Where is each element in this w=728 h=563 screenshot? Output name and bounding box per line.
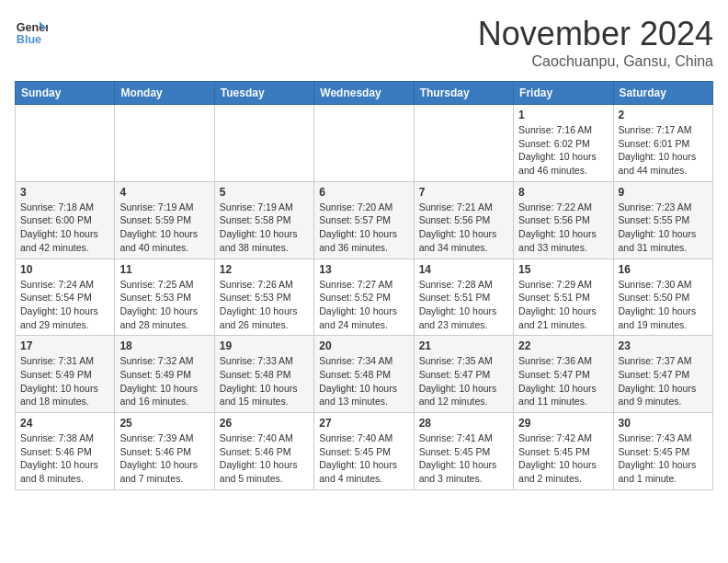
day-number: 28	[419, 417, 508, 430]
weekday-header-tuesday: Tuesday	[214, 82, 313, 105]
day-number: 15	[518, 263, 608, 276]
day-number: 18	[119, 339, 209, 352]
day-number: 2	[619, 109, 708, 121]
weekday-header-friday: Friday	[514, 82, 613, 105]
title-block: November 2024 Caochuanpu, Gansu, China	[478, 15, 713, 70]
calendar-cell: 26Sunrise: 7:40 AM Sunset: 5:46 PM Dayli…	[214, 413, 313, 490]
day-info: Sunrise: 7:34 AM Sunset: 5:48 PM Dayligh…	[319, 354, 408, 408]
calendar-week-4: 17Sunrise: 7:31 AM Sunset: 5:49 PM Dayli…	[16, 336, 713, 413]
day-info: Sunrise: 7:43 AM Sunset: 5:45 PM Dayligh…	[619, 431, 708, 486]
calendar-cell	[314, 105, 414, 182]
calendar-cell: 22Sunrise: 7:36 AM Sunset: 5:47 PM Dayli…	[514, 336, 613, 413]
day-info: Sunrise: 7:22 AM Sunset: 5:56 PM Dayligh…	[518, 201, 608, 255]
logo: General Blue	[15, 15, 48, 48]
day-number: 7	[419, 186, 508, 199]
calendar-cell: 20Sunrise: 7:34 AM Sunset: 5:48 PM Dayli…	[314, 336, 414, 413]
day-info: Sunrise: 7:37 AM Sunset: 5:47 PM Dayligh…	[619, 354, 708, 408]
day-number: 23	[619, 339, 708, 352]
calendar-cell: 23Sunrise: 7:37 AM Sunset: 5:47 PM Dayli…	[613, 336, 712, 413]
calendar-cell: 29Sunrise: 7:42 AM Sunset: 5:45 PM Dayli…	[514, 413, 613, 490]
calendar-week-3: 10Sunrise: 7:24 AM Sunset: 5:54 PM Dayli…	[16, 259, 713, 336]
day-info: Sunrise: 7:35 AM Sunset: 5:47 PM Dayligh…	[419, 354, 508, 408]
day-info: Sunrise: 7:40 AM Sunset: 5:46 PM Dayligh…	[220, 431, 309, 486]
calendar-cell: 8Sunrise: 7:22 AM Sunset: 5:56 PM Daylig…	[514, 181, 613, 259]
calendar-cell: 13Sunrise: 7:27 AM Sunset: 5:52 PM Dayli…	[314, 259, 414, 336]
day-number: 17	[20, 339, 109, 352]
day-info: Sunrise: 7:38 AM Sunset: 5:46 PM Dayligh…	[20, 431, 109, 486]
location: Caochuanpu, Gansu, China	[478, 53, 713, 70]
calendar-cell: 15Sunrise: 7:29 AM Sunset: 5:51 PM Dayli…	[514, 259, 613, 336]
calendar-cell: 28Sunrise: 7:41 AM Sunset: 5:45 PM Dayli…	[414, 413, 513, 490]
day-number: 9	[619, 186, 708, 199]
day-info: Sunrise: 7:28 AM Sunset: 5:51 PM Dayligh…	[419, 278, 508, 332]
calendar-week-5: 24Sunrise: 7:38 AM Sunset: 5:46 PM Dayli…	[16, 413, 713, 490]
day-number: 16	[619, 263, 708, 276]
day-number: 13	[319, 263, 408, 276]
calendar-cell: 25Sunrise: 7:39 AM Sunset: 5:46 PM Dayli…	[115, 413, 214, 490]
day-info: Sunrise: 7:23 AM Sunset: 5:55 PM Dayligh…	[619, 201, 708, 255]
weekday-header-saturday: Saturday	[613, 82, 712, 105]
day-number: 8	[518, 186, 608, 199]
weekday-header-thursday: Thursday	[414, 82, 513, 105]
calendar-cell: 17Sunrise: 7:31 AM Sunset: 5:49 PM Dayli…	[16, 336, 115, 413]
page-header: General Blue November 2024 Caochuanpu, G…	[15, 15, 713, 70]
calendar-cell: 7Sunrise: 7:21 AM Sunset: 5:56 PM Daylig…	[414, 181, 513, 259]
calendar-cell: 21Sunrise: 7:35 AM Sunset: 5:47 PM Dayli…	[414, 336, 513, 413]
day-info: Sunrise: 7:33 AM Sunset: 5:48 PM Dayligh…	[220, 354, 309, 408]
weekday-header-wednesday: Wednesday	[314, 82, 414, 105]
calendar-cell: 10Sunrise: 7:24 AM Sunset: 5:54 PM Dayli…	[16, 259, 115, 336]
calendar-cell: 12Sunrise: 7:26 AM Sunset: 5:53 PM Dayli…	[214, 259, 313, 336]
calendar-cell	[115, 105, 214, 182]
day-info: Sunrise: 7:21 AM Sunset: 5:56 PM Dayligh…	[419, 201, 508, 255]
day-info: Sunrise: 7:16 AM Sunset: 6:02 PM Dayligh…	[518, 123, 608, 178]
svg-text:Blue: Blue	[17, 33, 41, 46]
day-number: 20	[319, 339, 408, 352]
calendar-cell: 11Sunrise: 7:25 AM Sunset: 5:53 PM Dayli…	[115, 259, 214, 336]
calendar-cell: 4Sunrise: 7:19 AM Sunset: 5:59 PM Daylig…	[115, 181, 214, 259]
calendar-cell: 5Sunrise: 7:19 AM Sunset: 5:58 PM Daylig…	[214, 181, 313, 259]
day-number: 1	[518, 109, 608, 121]
day-info: Sunrise: 7:19 AM Sunset: 5:58 PM Dayligh…	[220, 201, 309, 255]
day-info: Sunrise: 7:36 AM Sunset: 5:47 PM Dayligh…	[518, 354, 608, 408]
day-number: 6	[319, 186, 408, 199]
calendar-cell: 1Sunrise: 7:16 AM Sunset: 6:02 PM Daylig…	[514, 105, 613, 182]
month-title: November 2024	[478, 15, 713, 53]
calendar-cell: 9Sunrise: 7:23 AM Sunset: 5:55 PM Daylig…	[613, 181, 712, 259]
day-info: Sunrise: 7:25 AM Sunset: 5:53 PM Dayligh…	[119, 278, 209, 332]
calendar-cell: 27Sunrise: 7:40 AM Sunset: 5:45 PM Dayli…	[314, 413, 414, 490]
day-info: Sunrise: 7:27 AM Sunset: 5:52 PM Dayligh…	[319, 278, 408, 332]
weekday-header-row: SundayMondayTuesdayWednesdayThursdayFrid…	[16, 82, 713, 105]
day-info: Sunrise: 7:30 AM Sunset: 5:50 PM Dayligh…	[619, 278, 708, 332]
calendar-cell: 24Sunrise: 7:38 AM Sunset: 5:46 PM Dayli…	[16, 413, 115, 490]
day-info: Sunrise: 7:32 AM Sunset: 5:49 PM Dayligh…	[119, 354, 209, 408]
day-info: Sunrise: 7:41 AM Sunset: 5:45 PM Dayligh…	[419, 431, 508, 486]
day-info: Sunrise: 7:17 AM Sunset: 6:01 PM Dayligh…	[619, 123, 708, 178]
day-info: Sunrise: 7:29 AM Sunset: 5:51 PM Dayligh…	[518, 278, 608, 332]
day-number: 25	[119, 417, 209, 430]
calendar-cell: 18Sunrise: 7:32 AM Sunset: 5:49 PM Dayli…	[115, 336, 214, 413]
day-info: Sunrise: 7:19 AM Sunset: 5:59 PM Dayligh…	[119, 201, 209, 255]
day-number: 3	[20, 186, 109, 199]
day-number: 27	[319, 417, 408, 430]
day-number: 10	[20, 263, 109, 276]
calendar-table: SundayMondayTuesdayWednesdayThursdayFrid…	[15, 81, 713, 490]
day-number: 11	[119, 263, 209, 276]
day-info: Sunrise: 7:39 AM Sunset: 5:46 PM Dayligh…	[119, 431, 209, 486]
day-number: 26	[220, 417, 309, 430]
logo-icon: General Blue	[15, 15, 48, 48]
weekday-header-sunday: Sunday	[16, 82, 115, 105]
day-info: Sunrise: 7:40 AM Sunset: 5:45 PM Dayligh…	[319, 431, 408, 486]
day-info: Sunrise: 7:42 AM Sunset: 5:45 PM Dayligh…	[518, 431, 608, 486]
day-number: 4	[119, 186, 209, 199]
calendar-week-1: 1Sunrise: 7:16 AM Sunset: 6:02 PM Daylig…	[16, 105, 713, 182]
day-number: 21	[419, 339, 508, 352]
day-number: 14	[419, 263, 508, 276]
day-info: Sunrise: 7:20 AM Sunset: 5:57 PM Dayligh…	[319, 201, 408, 255]
day-info: Sunrise: 7:26 AM Sunset: 5:53 PM Dayligh…	[220, 278, 309, 332]
calendar-cell	[414, 105, 513, 182]
day-info: Sunrise: 7:18 AM Sunset: 6:00 PM Dayligh…	[20, 201, 109, 255]
day-info: Sunrise: 7:24 AM Sunset: 5:54 PM Dayligh…	[20, 278, 109, 332]
day-number: 19	[220, 339, 309, 352]
calendar-cell: 3Sunrise: 7:18 AM Sunset: 6:00 PM Daylig…	[16, 181, 115, 259]
calendar-cell: 30Sunrise: 7:43 AM Sunset: 5:45 PM Dayli…	[613, 413, 712, 490]
